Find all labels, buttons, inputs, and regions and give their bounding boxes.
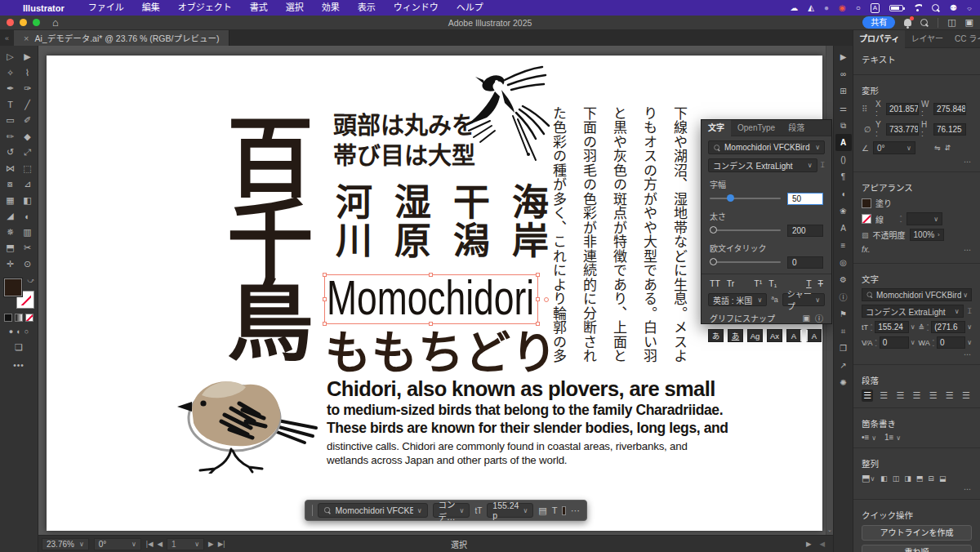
eyedropper-tool[interactable]: ◢	[2, 208, 19, 225]
reference-point-icon[interactable]: ⠿	[862, 105, 873, 114]
wifi-icon[interactable]	[913, 4, 922, 11]
none-button[interactable]	[25, 314, 33, 322]
hand-tool[interactable]: ✛	[2, 256, 19, 273]
lasso-tool[interactable]: ⌇	[19, 65, 36, 82]
align-panel-icon[interactable]: ⚌	[835, 100, 852, 117]
weight-axis-value[interactable]: 200	[787, 225, 823, 237]
font-style-dropdown[interactable]: コンデンス ExtraLight ∨	[708, 158, 817, 172]
selection-tool[interactable]: ▷	[2, 49, 19, 65]
align-right-icon[interactable]: ◨	[904, 474, 911, 483]
subscript-button[interactable]: T₁	[768, 278, 777, 288]
input-source-icon[interactable]: A	[871, 3, 880, 13]
tab-layers[interactable]: レイヤー	[905, 30, 949, 48]
fill-swatch[interactable]	[4, 278, 22, 296]
scroll-right-icon[interactable]: ▶	[806, 540, 812, 548]
symbol-sprayer-tool[interactable]: ✵	[2, 225, 19, 241]
text-color-swatch[interactable]	[562, 506, 566, 515]
width-axis-value[interactable]: 50	[787, 193, 823, 205]
slider-track[interactable]	[710, 198, 781, 199]
slider-knob[interactable]	[727, 194, 734, 202]
font-size-field[interactable]: 155.24	[875, 321, 908, 333]
small-caps-button[interactable]: Tr	[727, 278, 735, 288]
previous-artboard-button[interactable]: ◀	[158, 540, 163, 548]
character-more-options[interactable]: ⋯	[862, 350, 972, 358]
align-right-button[interactable]: ☰	[894, 390, 906, 402]
artwork-habitat-words[interactable]: 河川湿原干潟海岸	[331, 183, 546, 260]
tab-properties[interactable]: プロパティ	[853, 30, 905, 48]
brushes-panel-icon[interactable]: ❀	[835, 203, 852, 220]
artboard-number-dropdown[interactable]: 1 ∨	[167, 538, 204, 550]
artwork-english-heading[interactable]: Chidori, also known as plovers, are smal…	[327, 377, 715, 401]
close-window-button[interactable]	[7, 19, 14, 26]
free-transform-tool[interactable]: ⬚	[19, 161, 36, 177]
scroll-down-icon[interactable]: ⌄	[827, 527, 832, 533]
screen-record-icon[interactable]: ◉	[839, 0, 846, 16]
fast-user-switch-icon[interactable]: ⚉	[950, 0, 957, 16]
slider-knob[interactable]	[710, 226, 717, 234]
justify-all-button[interactable]: ☰	[960, 390, 972, 402]
font-size-stepper[interactable]: ⌃⌄	[870, 324, 873, 331]
handle-mid-left[interactable]	[323, 297, 327, 301]
superscript-button[interactable]: T¹	[754, 278, 762, 288]
scroll-left-icon[interactable]: ◀	[819, 540, 825, 548]
align-center-icon[interactable]: ◫	[893, 474, 900, 483]
handle-top-left[interactable]	[323, 273, 327, 277]
bullet-list-button[interactable]: •≡ ∨	[862, 433, 876, 442]
touch-type-icon[interactable]: ⌶	[968, 307, 972, 316]
artwork-english-line2[interactable]: to medium-sized birds that belong to the…	[327, 402, 723, 419]
paragraph-panel-icon[interactable]: ¶	[835, 168, 852, 185]
stroke-weight-dropdown[interactable]: ∨	[906, 212, 942, 225]
leading-field[interactable]: (271.6	[931, 321, 965, 333]
justify-last-center-button[interactable]: ☰	[928, 390, 939, 402]
kerning-field[interactable]: 0	[880, 336, 909, 349]
type-tool[interactable]: T	[2, 97, 19, 114]
stroke-color-swatch[interactable]	[862, 214, 871, 224]
handle-mid-right[interactable]	[536, 297, 540, 301]
align-more-options[interactable]: ⋯	[862, 485, 972, 493]
taskbar-font-dropdown[interactable]: Momochidori VFCKBird ∨	[318, 503, 428, 518]
opentype-panel-icon[interactable]: ()	[835, 151, 852, 168]
align-left-button[interactable]: ☰	[862, 390, 873, 402]
eraser-tool[interactable]: ◆	[19, 129, 36, 145]
direct-selection-tool[interactable]: ▶	[19, 49, 36, 65]
pencil-tool[interactable]: ✏	[2, 129, 19, 145]
arrange-documents-icon[interactable]: ▣	[965, 17, 973, 28]
mesh-tool[interactable]: ▦	[2, 193, 19, 209]
zoom-tool[interactable]: ⊙	[19, 256, 36, 273]
share-button[interactable]: 共有	[862, 16, 895, 29]
zoom-level-dropdown[interactable]: 23.76% ∨	[42, 538, 89, 550]
transform-more-options[interactable]: ⋯	[862, 158, 972, 166]
collapse-icon[interactable]: «	[0, 34, 14, 42]
rotation-dropdown[interactable]: 0° ∨	[94, 538, 141, 550]
arrange-button[interactable]: 重ね順	[862, 545, 972, 552]
italic-axis-value[interactable]: 0	[787, 256, 823, 269]
info-icon[interactable]: ⓘ	[815, 312, 823, 324]
perspective-grid-tool[interactable]: ⊿	[19, 176, 36, 193]
spotlight-icon[interactable]	[932, 4, 940, 12]
flip-vertical-icon[interactable]: ⇵	[945, 144, 951, 152]
tracking-field[interactable]: 0	[937, 336, 965, 349]
transparency-panel-icon[interactable]: ◎	[835, 254, 852, 271]
artwork-kana-name[interactable]: ももちどり	[325, 315, 558, 381]
notifications-bell-icon[interactable]	[904, 19, 911, 26]
transform-panel-icon[interactable]: ⊞	[835, 82, 852, 100]
stroke-panel-icon[interactable]: ≡	[835, 237, 852, 254]
home-icon[interactable]: ⌂	[52, 16, 59, 29]
align-bottom-icon[interactable]: ⬓	[939, 474, 947, 483]
rectangle-tool[interactable]: ▭	[2, 113, 19, 129]
artboards-panel-icon[interactable]: ❐	[835, 340, 852, 357]
effects-fx-icon[interactable]: fx.	[862, 245, 871, 254]
standing-bird-illustration[interactable]	[167, 367, 327, 474]
taskbar-style-dropdown[interactable]: コンデ… ∨	[433, 503, 470, 518]
variable-font-icon[interactable]: ⌶	[821, 161, 825, 170]
handle-rotate[interactable]	[544, 297, 549, 302]
language-dropdown[interactable]: 英語 : 米国 ∨	[708, 293, 767, 306]
toggle-tate-chu-yoko[interactable]: あ	[708, 329, 724, 342]
handle-top-center[interactable]	[429, 273, 433, 277]
tab-close-icon[interactable]: ×	[24, 33, 29, 43]
artwork-vertical-paragraph[interactable]: 下線や湖沼、湿地帯などに生息。メスよりもオスの方がやや大型である。白い羽と黒や灰…	[543, 106, 694, 369]
control-center-icon[interactable]: ⌔	[967, 0, 972, 16]
type-options-icon[interactable]: T	[552, 505, 558, 515]
screen-mode-icon[interactable]: ❏	[15, 342, 23, 353]
column-graph-tool[interactable]: ▥	[19, 225, 36, 241]
